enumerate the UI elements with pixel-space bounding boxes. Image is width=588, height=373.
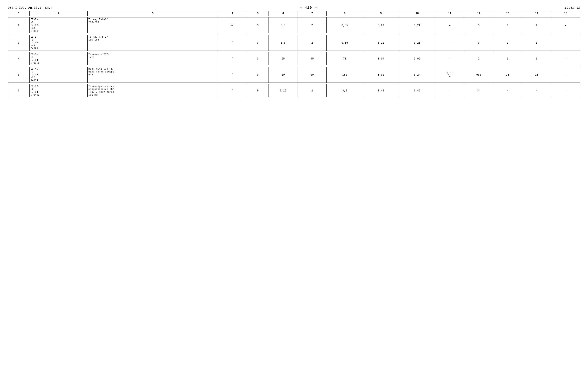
cell-unit: шт. [218, 17, 247, 33]
cell-val9: 0,43 [363, 84, 399, 97]
col-header-8: 8 [327, 11, 363, 16]
col-header-12: 12 [464, 11, 493, 16]
cell-val11: – [435, 84, 464, 97]
spacer-row [8, 33, 580, 35]
cell-unit: " [218, 35, 247, 51]
cell-unit: " [218, 84, 247, 97]
cell-val15: – [551, 84, 580, 97]
cell-val9: I,04 [363, 52, 399, 65]
spacer-row [8, 51, 580, 52]
cell-val13: 4 [493, 84, 522, 97]
col-header-6: 6 [269, 11, 298, 16]
cell-unit: " [218, 67, 247, 83]
table-row: 2II-I--II7-06--48I-3I3То же, П-6-2°I60-I… [8, 17, 580, 33]
col-header-5: 5 [247, 11, 269, 16]
cell-qty: 9 [247, 84, 269, 97]
cell-val10: 0,2I [399, 17, 435, 33]
cell-val11: – [435, 52, 464, 65]
cell-qty: 3 [247, 67, 269, 83]
col-header-15: 15 [551, 11, 580, 16]
spacer-row [8, 65, 580, 67]
cell-val14: I0 [522, 67, 551, 83]
col-header-14: 14 [522, 11, 551, 16]
col-header-10: 10 [399, 11, 435, 16]
cell-val12: 34 [464, 84, 493, 97]
cell-val6: 0,5 [269, 17, 298, 33]
cell-val15: – [551, 52, 580, 65]
col-header-11: 11 [435, 11, 464, 16]
cell-val9: 0,2I [363, 35, 399, 51]
cell-qty: 3 [247, 35, 269, 51]
col-header-2: 2 [30, 11, 88, 16]
cell-row-num: 3 [8, 35, 30, 51]
cell-row-num: 6 [8, 84, 30, 97]
cell-val8: 0,85 [327, 17, 363, 33]
cell-val12: 3 [464, 35, 493, 51]
cell-unit: " [218, 52, 247, 65]
cell-val10: 0,2I [399, 35, 435, 51]
cell-val9: 0,2I [363, 17, 399, 33]
cell-row-num: 4 [8, 52, 30, 65]
cell-val11: – [435, 35, 464, 51]
cell-code: II-I3--2I7-04I-0422 [30, 84, 88, 97]
header-row: 1 2 3 4 5 6 7 8 9 10 11 12 13 14 15 [8, 11, 580, 16]
cell-val7: 2 [298, 35, 327, 51]
cell-val13: I [493, 35, 522, 51]
cell-val7: 2 [298, 17, 327, 33]
cell-val10: 0,42 [399, 84, 435, 97]
cell-val6: I5 [269, 52, 298, 65]
cell-val7: 2 [298, 84, 327, 97]
cell-val6: 0,22 [269, 84, 298, 97]
cell-val13: I0 [493, 67, 522, 83]
col-header-4: 4 [218, 11, 247, 16]
table-row: 3II-I--II7-06--48I-298То же, П-5-2°I60-I… [8, 35, 580, 51]
header-left: 903-I-I99. Ан.I3.I, кн.4 [8, 6, 52, 10]
cell-val9: 3,3I [363, 67, 399, 83]
cell-val6: 0,5 [269, 35, 298, 51]
cell-val14: 4 [522, 84, 551, 97]
header-right: 19462-42 [564, 6, 580, 10]
spacer-row [8, 83, 580, 84]
cell-description: То же, П-5-2°I60-I63 [88, 35, 218, 51]
cell-code: II-5--II7-04I-00I5 [30, 52, 88, 65]
cell-qty: 3 [247, 17, 269, 33]
col-header-7: 7 [298, 11, 327, 16]
cell-val13: 3 [493, 52, 522, 65]
cell-val14: 3 [522, 52, 551, 65]
table-row: 4II-5--II7-04I-00I5Термометр ТТС--7II"3I… [8, 52, 580, 65]
cell-val15: – [551, 17, 580, 33]
cell-row-num: 5 [8, 67, 30, 83]
col-header-3: 3 [88, 11, 218, 16]
spacer-row [8, 16, 580, 17]
cell-val13: I [493, 17, 522, 33]
cell-code: II-I--II7-06--48I-298 [30, 35, 88, 51]
cell-code: II-I--II7-06--48I-3I3 [30, 17, 88, 33]
col-header-1: 1 [8, 11, 30, 16]
cell-val6: 20 [269, 67, 298, 83]
cell-val11: – [435, 17, 464, 33]
cell-val7: 60 [298, 67, 327, 83]
page-header: 903-I-I99. Ан.I3.I, кн.4 — 410 — 19462-4… [8, 6, 580, 10]
cell-val14: I [522, 35, 551, 51]
header-center: — 410 — [300, 6, 317, 10]
col-header-9: 9 [363, 11, 399, 16]
cell-row-num: 2 [8, 17, 30, 33]
cell-val8: I85 [327, 67, 363, 83]
cell-description: То же, П-6-2°I60-I63 [88, 17, 218, 33]
cell-val14: I [522, 17, 551, 33]
cell-val12: 2 [464, 52, 493, 65]
cell-val8: 70 [327, 52, 363, 65]
cell-description: Термометр ТТС--7II [88, 52, 218, 65]
cell-val11: 0,0I– [435, 67, 464, 83]
cell-val8: 0,85 [327, 35, 363, 51]
col-header-13: 13 [493, 11, 522, 16]
cell-val8: 3,8 [327, 84, 363, 97]
cell-description: Мост КСМ2-004 наодну точку измере-ния [88, 67, 218, 83]
cell-qty: 3 [247, 52, 269, 65]
cell-val10: 3,24 [399, 67, 435, 83]
cell-val10: I,02 [399, 52, 435, 65]
cell-val15: – [551, 35, 580, 51]
cell-val15: – [551, 67, 580, 83]
cell-val7: 45 [298, 52, 327, 65]
main-table: 1 2 3 4 5 6 7 8 9 10 11 12 13 14 15 2II-… [8, 11, 580, 97]
